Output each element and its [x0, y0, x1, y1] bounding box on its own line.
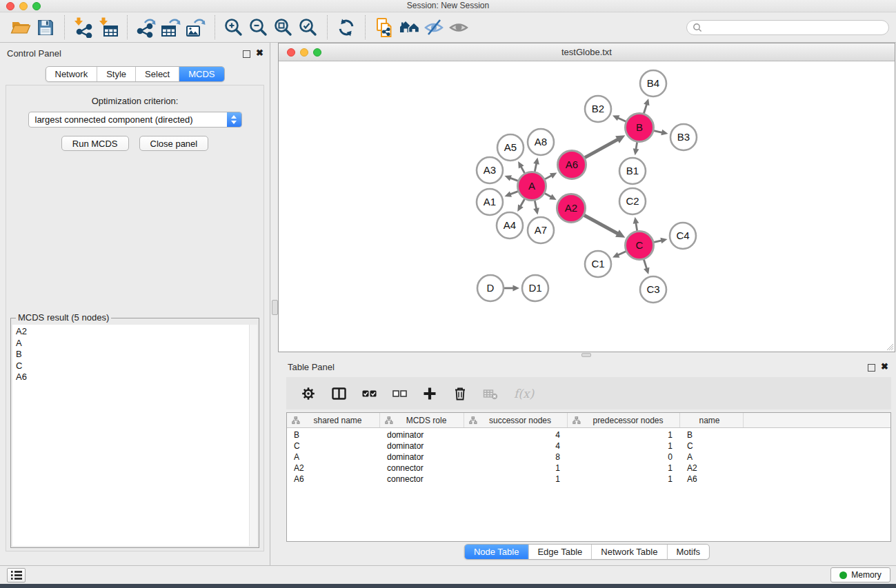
column-header-name[interactable]: name [680, 413, 744, 427]
delete-table-button[interactable] [482, 385, 499, 403]
mcds-result-item[interactable]: A [16, 338, 249, 349]
column-header-successor-nodes[interactable]: successor nodes [464, 413, 568, 427]
show-all-button[interactable] [446, 15, 471, 40]
save-session-button[interactable] [33, 15, 58, 40]
task-history-button[interactable] [7, 568, 26, 582]
edge-A2-C[interactable] [584, 215, 618, 234]
table-row[interactable]: Cdominator41C [287, 440, 890, 452]
search-input[interactable] [706, 23, 883, 32]
search-box[interactable] [686, 20, 889, 35]
minimize-window-button[interactable] [19, 2, 28, 10]
table-cell: dominator [380, 441, 464, 451]
delete-columns-button[interactable] [452, 385, 468, 403]
optimization-criterion-select[interactable]: largest connected component (directed) [28, 112, 242, 128]
mcds-result-item[interactable]: C [16, 361, 249, 372]
window-resize-grip[interactable] [884, 341, 894, 351]
zoom-network-window-button[interactable] [313, 48, 321, 57]
edge-A-A3[interactable] [510, 178, 517, 181]
table-cell: B [680, 430, 744, 440]
close-network-window-button[interactable] [287, 48, 295, 57]
window-titlebar[interactable]: Session: New Session [0, 0, 896, 12]
import-network-button[interactable] [71, 15, 96, 40]
column-header-shared-name[interactable]: shared name [287, 413, 380, 427]
tab-network-table[interactable]: Network Table [592, 545, 667, 559]
refresh-view-button[interactable] [334, 15, 359, 40]
close-panel-button[interactable]: Close panel [139, 136, 209, 151]
mcds-result-item[interactable]: A2 [16, 326, 249, 338]
table-cell: dominator [380, 430, 464, 440]
network-canvas[interactable]: B4B2BB3A8A5A6A3B1AC2A1A2A4A7C4CC1C3DD1 [279, 61, 895, 352]
export-image-button[interactable] [183, 15, 208, 40]
first-neighbors-button[interactable] [397, 15, 421, 40]
column-header-predecessor-nodes[interactable]: predecessor nodes [568, 413, 680, 427]
edge-A-A2[interactable] [545, 194, 551, 197]
edge-B-B2[interactable] [618, 118, 626, 121]
edge-A6-B[interactable] [585, 139, 618, 157]
run-mcds-button[interactable]: Run MCDS [61, 136, 129, 151]
tab-network[interactable]: Network [46, 67, 97, 81]
edge-A-A6[interactable] [545, 176, 552, 179]
mcds-result-item[interactable]: A6 [16, 372, 249, 383]
tab-style[interactable]: Style [97, 67, 136, 81]
result-list-scrollbar[interactable] [249, 325, 257, 546]
minimize-network-window-button[interactable] [300, 48, 308, 57]
new-network-from-selection-button[interactable] [372, 15, 397, 40]
table-settings-button[interactable] [300, 385, 317, 403]
float-panel-icon[interactable] [243, 50, 250, 58]
edge-B-B4[interactable] [644, 104, 646, 113]
close-table-panel-icon[interactable]: ✖ [881, 361, 888, 372]
edge-C-C2[interactable] [636, 223, 637, 231]
edge-B-B1[interactable] [636, 142, 637, 150]
edge-C-C1[interactable] [618, 252, 626, 255]
mcds-result-item[interactable]: B [16, 349, 249, 361]
edge-A-A7[interactable] [535, 201, 536, 209]
export-network-button[interactable] [134, 15, 159, 40]
create-column-button[interactable] [421, 385, 438, 403]
hide-selected-button[interactable] [421, 15, 446, 40]
open-session-button[interactable] [8, 15, 33, 40]
tab-mcds[interactable]: MCDS [179, 67, 223, 81]
table-header: shared nameMCDS rolesuccessor nodesprede… [287, 413, 890, 428]
table-cell: B [287, 430, 380, 440]
split-table-panel-button[interactable] [330, 385, 347, 403]
edge-A-A5[interactable] [521, 167, 524, 174]
unselect-all-columns-button[interactable] [391, 385, 408, 403]
control-panel-header: Control Panel ✖ [0, 43, 270, 63]
edge-A-A1[interactable] [510, 192, 517, 194]
edge-A-A8[interactable] [535, 163, 536, 172]
table-cell: 1 [568, 463, 680, 473]
float-table-panel-icon[interactable] [868, 364, 875, 372]
zoom-in-button[interactable] [221, 15, 246, 40]
table-row[interactable]: Bdominator41B [287, 429, 890, 440]
maximize-window-button[interactable] [32, 2, 41, 10]
select-all-columns-button[interactable] [361, 385, 377, 403]
close-window-button[interactable] [6, 2, 14, 10]
close-panel-icon[interactable]: ✖ [256, 48, 263, 59]
zoom-fit-button[interactable] [271, 15, 296, 40]
edge-C-C3[interactable] [644, 260, 646, 269]
import-table-button[interactable] [96, 15, 121, 40]
export-table-button[interactable] [159, 15, 183, 40]
tab-edge-table[interactable]: Edge Table [528, 545, 592, 559]
edge-A-A4[interactable] [520, 199, 524, 207]
function-builder-button[interactable]: f(x) [512, 385, 536, 403]
table-row[interactable]: A6connector11A6 [287, 474, 890, 485]
table-cell: A [287, 452, 380, 462]
vertical-splitter-handle[interactable] [272, 300, 278, 315]
export-table-icon [161, 17, 181, 38]
table-row[interactable]: A2connector11A2 [287, 463, 890, 474]
table-row[interactable]: Adominator80A [287, 452, 890, 463]
tab-select[interactable]: Select [136, 67, 179, 81]
tab-node-table[interactable]: Node Table [465, 545, 529, 559]
memory-button[interactable]: Memory [830, 567, 890, 582]
tab-motifs[interactable]: Motifs [667, 545, 709, 559]
edge-C-C4[interactable] [654, 241, 661, 243]
zoom-out-button[interactable] [246, 15, 271, 40]
node-label-A1: A1 [484, 196, 496, 207]
network-window-titlebar[interactable]: testGlobe.txt [279, 43, 895, 61]
zoom-selected-button[interactable] [296, 15, 321, 40]
column-header-MCDS-role[interactable]: MCDS role [380, 413, 464, 427]
toolbar-separator [365, 15, 366, 39]
column-header-label: predecessor nodes [584, 416, 679, 425]
edge-B-B3[interactable] [654, 131, 662, 133]
